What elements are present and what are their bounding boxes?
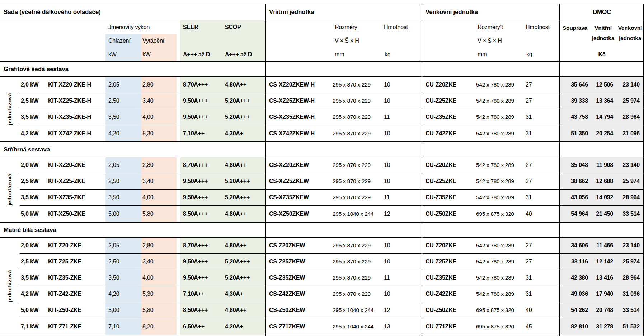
currency-header: Kč (560, 48, 644, 61)
outdoor-weight: 31 (522, 125, 560, 141)
seer-value: 8,70A+++ (180, 77, 223, 93)
kit-power: 4,2 kW (20, 286, 48, 302)
outdoor-weight: 45 (522, 318, 560, 335)
kit-name: KIT-Z20-ZKE (48, 238, 105, 254)
outdoor-weight: 31 (522, 109, 560, 125)
header-row-subtitles: Jmenovitý výkon SEER SCOP Rozměry Hmotno… (0, 20, 644, 61)
table-row: 5,0 kWKIT-XZ50-ZKE5,005,808,50A+++4,80A+… (0, 206, 644, 222)
outdoor-model: CU-Z71ZKE (422, 318, 475, 335)
heating-header: Vytápění (141, 34, 177, 48)
heating-capacity: 4,00 (141, 270, 177, 286)
heating-capacity: 5,80 (141, 206, 177, 222)
price-indoor: 20 254 (590, 125, 616, 141)
price-indoor: 12 688 (590, 173, 616, 190)
vertical-divider (265, 4, 266, 336)
product-section: Matně bílá sestavajednofázová2,0 kWKIT-Z… (0, 223, 644, 335)
indoor-dimensions: 295 x 1040 x 244 (332, 318, 380, 335)
column-gap (177, 125, 180, 141)
heating-capacity: 4,00 (141, 190, 177, 206)
indoor-model: CS-XZ20ZKEW (265, 157, 332, 173)
product-section: Grafitově šedá sestavajednofázová2,0 kWK… (0, 62, 644, 142)
kit-name: KIT-XZ25-ZKE-H (48, 93, 105, 109)
indoor-weight: 10 (380, 93, 422, 109)
indoor-dimensions: 295 x 870 x 229 (332, 190, 380, 206)
kit-power: 3,5 kW (20, 270, 48, 286)
seer-value: 9,50A+++ (180, 190, 223, 206)
table-row: 5,0 kWKIT-Z50-ZKE5,005,808,50A+++4,80A++… (0, 302, 644, 318)
scop-value: 4,30A+ (223, 125, 265, 141)
outdoor-weight: 27 (522, 238, 560, 254)
seer-value: 8,50A+++ (180, 302, 223, 318)
scop-value: 4,80A++ (223, 157, 265, 173)
outdoor-weight: 27 (522, 254, 560, 270)
kit-name: KIT-XZ25-ZKE (48, 173, 105, 190)
scop-value: 4,80A++ (223, 206, 265, 222)
outdoor-model: CU-Z20ZKE (422, 238, 475, 254)
table-row: 7,1 kWKIT-Z71-ZKE7,108,206,50A++4,20A+CS… (0, 318, 644, 335)
price-indoor: 31 278 (590, 318, 616, 335)
product-section: Stříbrná sestavajednofázová2,0 kWKIT-XZ2… (0, 142, 644, 223)
heating-capacity: 2,80 (141, 238, 177, 254)
price-set: 39 338 (560, 93, 590, 109)
outdoor-model: CU-Z35ZKE (422, 190, 475, 206)
scop-value: 5,20A+++ (223, 270, 265, 286)
kit-name: KIT-XZ35-ZKE (48, 190, 105, 206)
heating-capacity: 2,80 (141, 157, 177, 173)
table-row: 2,5 kWKIT-Z25-ZKE2,503,409,50A+++5,20A++… (0, 254, 644, 270)
indoor-mm-header: mm (332, 48, 380, 61)
table-row: 3,5 kWKIT-Z35-ZKE3,504,009,50A+++5,20A++… (0, 270, 644, 286)
outdoor-vsh-header: V × Š × H (475, 34, 522, 48)
nominal-power-header: Jmenovitý výkon (105, 20, 177, 34)
indoor-dimensions: 295 x 870 x 229 (332, 157, 380, 173)
phase-label: jednofázová (1, 77, 18, 141)
indoor-dimensions: 295 x 870 x 229 (332, 254, 380, 270)
price-indoor: 12 506 (590, 77, 616, 93)
outdoor-dimensions: 542 x 780 x 289 (475, 190, 522, 206)
price-indoor: 13 364 (590, 93, 616, 109)
price-indoor-header: Vnitřní jednotka (590, 20, 616, 48)
price-set-header: Souprava (560, 20, 590, 48)
price-outdoor: 31 096 (616, 125, 644, 141)
price-set: 43 056 (560, 190, 590, 206)
scop-value: 4,20A+ (223, 318, 265, 335)
indoor-dimensions-header: Rozměry (332, 20, 380, 34)
indoor-model: CS-Z20ZKEW (265, 238, 332, 254)
heating-unit-header: kW (141, 48, 177, 61)
price-indoor: 11 466 (590, 238, 616, 254)
column-gap (177, 302, 180, 318)
seer-class-range: A+++ až D (180, 48, 223, 61)
table-row: 4,2 kWKIT-Z42-ZKE4,205,307,10A++4,30A+CS… (0, 286, 644, 302)
kit-name: KIT-XZ35-ZKE-H (48, 109, 105, 125)
outdoor-dimensions: 542 x 780 x 289 (475, 77, 522, 93)
scop-value: 4,80A++ (223, 77, 265, 93)
seer-value: 9,50A+++ (180, 254, 223, 270)
spacer (422, 20, 475, 61)
outdoor-weight: 27 (522, 77, 560, 93)
cooling-capacity: 2,05 (105, 238, 141, 254)
price-indoor: 12 142 (590, 254, 616, 270)
seer-value: 8,50A+++ (180, 206, 223, 222)
heating-capacity: 2,80 (141, 77, 177, 93)
price-set: 38 116 (560, 254, 590, 270)
price-outdoor: 23 140 (616, 157, 644, 173)
cooling-capacity: 2,05 (105, 157, 141, 173)
indoor-dimensions: 295 x 870 x 229 (332, 125, 380, 141)
spacer (177, 20, 180, 61)
scop-class-range: A+++ až D (223, 48, 265, 61)
seer-value: 9,50A+++ (180, 270, 223, 286)
indoor-dimensions: 295 x 870 x 229 (332, 270, 380, 286)
table-row: 2,5 kWKIT-XZ25-ZKE-H2,503,409,50A+++5,20… (0, 93, 644, 109)
indoor-weight: 10 (380, 173, 422, 190)
price-outdoor: 28 964 (616, 270, 644, 286)
column-gap (177, 286, 180, 302)
heating-capacity: 3,40 (141, 173, 177, 190)
set-column-title: Sada (včetně dálkového ovladače) (0, 4, 265, 20)
scop-value: 4,80A++ (223, 238, 265, 254)
price-set: 49 036 (560, 286, 590, 302)
outdoor-weight: 40 (522, 302, 560, 318)
table-header: Sada (včetně dálkového ovladače) Vnitřní… (0, 4, 644, 62)
outdoor-dimensions: 542 x 780 x 289 (475, 254, 522, 270)
column-gap (177, 206, 180, 222)
outdoor-dimensions: 542 x 780 x 289 (475, 109, 522, 125)
kit-power: 2,5 kW (20, 254, 48, 270)
